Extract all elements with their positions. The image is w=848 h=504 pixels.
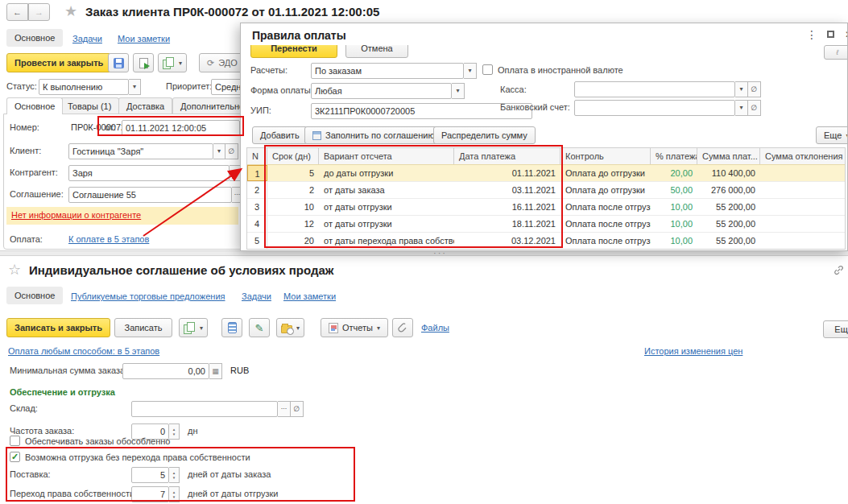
edit-button[interactable]: ✎ [249, 318, 270, 337]
payment-form-field[interactable]: Любая [311, 83, 452, 99]
table-row[interactable]: 2 2 от даты заказа 03.11.2021 Оплата до … [247, 181, 845, 198]
calculator-button[interactable]: ▦ [209, 363, 222, 379]
warehouse-open-button[interactable]: ∅ [291, 401, 304, 417]
separate-supply-checkbox[interactable] [10, 436, 20, 446]
bank-account-field[interactable] [574, 100, 735, 116]
payment-rules-dialog: Правила оплаты ⋮ ✕ ℓ Перенести Отмена Ра… [240, 23, 848, 251]
client-field[interactable]: Гостиница "Заря" [68, 143, 213, 159]
status-field[interactable]: К выполнению [39, 79, 129, 95]
table-row[interactable]: 4 12 от даты отгрузки 18.11.2021 Оплата … [247, 215, 845, 232]
favorite-icon[interactable]: ★ [64, 2, 77, 20]
agreement-more-button[interactable]: Ещ [823, 320, 848, 338]
table-row[interactable]: 3 10 от даты отгрузки 16.11.2021 Оплата … [247, 198, 845, 215]
warehouse-ellipsis-button[interactable]: ... [278, 401, 291, 417]
copy-menu-button[interactable]: ▾ [179, 318, 208, 337]
calculations-dropdown-button[interactable]: ▾ [464, 63, 477, 79]
post-and-close-button[interactable]: Провести и закрыть [6, 53, 111, 72]
tab-my-notes[interactable]: Мои заметки [118, 34, 170, 43]
bank-account-open-button[interactable]: ∅ [748, 100, 761, 116]
payment-method-link[interactable]: Оплата любым способом: в 5 этапов [8, 346, 159, 356]
order-frequency-stepper[interactable]: ▴▾ [169, 423, 180, 440]
list-button[interactable] [221, 318, 242, 337]
col-header-term[interactable]: Срок (дн) [267, 148, 319, 164]
col-header-variant[interactable]: Вариант отсчета [319, 148, 454, 164]
col-header-n[interactable]: N [247, 148, 267, 164]
cancel-button[interactable]: Отмена [345, 45, 408, 58]
col-header-date[interactable]: Дата платежа [454, 148, 561, 164]
kebab-menu-icon[interactable]: ⋮ [806, 28, 817, 41]
save-button[interactable]: Записать [114, 318, 172, 337]
col-header-percent[interactable]: % платежа [651, 148, 697, 164]
close-icon[interactable]: ✕ [845, 29, 848, 40]
tab-trade-offers[interactable]: Публикуемые торговые предложения [71, 291, 225, 301]
contractor-label: Контрагент: [10, 167, 58, 177]
tab-tasks[interactable]: Задачи [242, 291, 271, 301]
order-frequency-unit: дн [188, 426, 198, 436]
distribute-sum-button[interactable]: Распределить сумму [433, 126, 536, 144]
copy-menu-button[interactable]: ▾ [158, 53, 187, 72]
calculations-field[interactable]: По заказам [311, 63, 464, 79]
table-row[interactable]: 1 5 до даты отгрузки 01.11.2021 Оплата д… [247, 164, 845, 181]
save-and-close-button[interactable]: Записать и закрыть [6, 318, 110, 337]
edo-icon: ⟳ [207, 58, 214, 68]
bank-account-dropdown-button[interactable]: ▾ [735, 100, 748, 116]
files-link[interactable]: Файлы [421, 323, 449, 333]
client-open-button[interactable]: ∅ [225, 143, 238, 159]
save-button[interactable] [108, 53, 129, 72]
post-button[interactable] [133, 53, 154, 72]
tab-my-notes[interactable]: Мои заметки [283, 291, 336, 301]
window-splitter[interactable]: ··· [0, 250, 848, 256]
form-tab-goods[interactable]: Товары (1) [60, 97, 119, 114]
shipment-without-ownership-checkbox[interactable]: ✓ [10, 452, 20, 462]
favorite-outline-icon[interactable]: ☆ [8, 261, 21, 279]
col-header-deviation[interactable]: Сумма отклонения [760, 148, 846, 164]
section-header-supply: Обеспечение и отгрузка [10, 387, 115, 397]
contractor-field[interactable]: Заря [68, 165, 230, 181]
col-header-amount[interactable]: Сумма плат... [697, 148, 760, 164]
nav-forward-button[interactable]: → [28, 3, 50, 21]
nav-back-button[interactable]: ← [6, 3, 28, 21]
number-value[interactable]: ПР0К-000072 [71, 122, 126, 132]
payment-stages-link[interactable]: К оплате в 5 этапов [68, 234, 149, 244]
client-dropdown-button[interactable]: ▾ [213, 143, 225, 159]
form-tab-delivery[interactable]: Доставка [118, 97, 172, 114]
status-dropdown-button[interactable]: ▾ [129, 79, 141, 95]
ownership-days-field[interactable]: 7 [131, 486, 169, 502]
cashbox-open-button[interactable]: ∅ [748, 81, 761, 97]
pin-button-partial[interactable]: ℓ [824, 45, 848, 60]
delivery-days-stepper[interactable]: ▴▾ [169, 467, 180, 483]
foreign-currency-checkbox[interactable] [482, 64, 493, 75]
uip-field[interactable]: 3К2111ПР0К0000720005 [311, 103, 532, 119]
no-contractor-info-link[interactable]: Нет информации о контрагенте [11, 210, 141, 220]
dialog-more-button[interactable]: Еще▾ [816, 126, 848, 144]
min-order-sum-field[interactable]: 0,00 [122, 363, 209, 379]
history-menu-button[interactable]: ▾ [276, 318, 304, 337]
warehouse-field[interactable] [131, 401, 278, 417]
attach-button[interactable] [392, 318, 413, 337]
cashbox-dropdown-button[interactable]: ▾ [735, 81, 748, 97]
cell-amount: 110 400,00 [697, 165, 760, 181]
tab-tasks[interactable]: Задачи [72, 34, 102, 43]
cashbox-field[interactable] [574, 81, 735, 97]
agreement-field[interactable]: Соглашение 55 [68, 187, 232, 203]
col-header-control[interactable]: Контроль [561, 148, 651, 164]
payment-form-dropdown-button[interactable]: ▾ [452, 83, 465, 99]
form-tab-main[interactable]: Основное [6, 97, 63, 114]
table-row[interactable]: 5 20 от даты перехода права собственност… [247, 232, 845, 249]
fill-by-agreement-button[interactable]: Заполнить по соглашению [304, 126, 443, 144]
tab-main[interactable]: Основное [6, 287, 63, 304]
copy-link-icon[interactable] [833, 264, 845, 278]
cell-control: Оплата до отгрузки [561, 165, 651, 181]
reports-button[interactable]: Отчеты▾ [321, 318, 388, 337]
tab-main[interactable]: Основное [6, 29, 63, 47]
add-row-button[interactable]: Добавить [252, 126, 308, 144]
currency-label: RUB [230, 366, 249, 375]
edo-label: ЭДО [218, 58, 238, 68]
delivery-unit: дней от даты заказа [188, 469, 271, 479]
ownership-days-stepper[interactable]: ▴▾ [169, 486, 180, 502]
delivery-days-field[interactable]: 5 [131, 467, 169, 483]
transfer-button[interactable]: Перенести [250, 45, 337, 58]
date-field[interactable]: 01.11.2021 12:00:05 [122, 120, 240, 136]
price-history-link[interactable]: История изменения цен [644, 346, 743, 356]
maximize-icon[interactable] [827, 31, 834, 38]
